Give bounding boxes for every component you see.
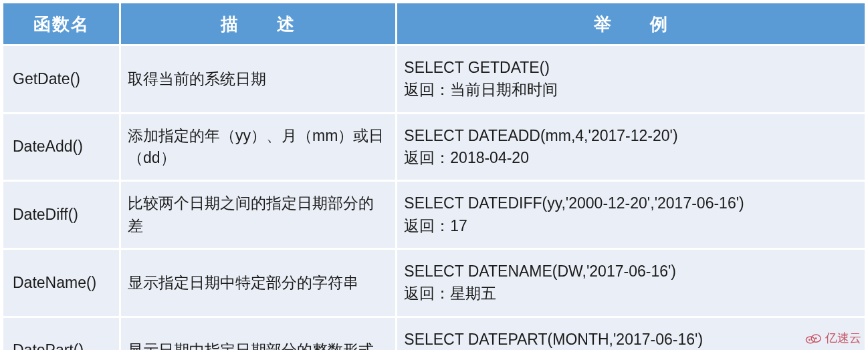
header-desc: 描 述 xyxy=(121,3,395,44)
svg-point-3 xyxy=(815,337,817,339)
header-example: 举 例 xyxy=(397,3,865,44)
cell-example: SELECT DATENAME(DW,'2017-06-16') 返回：星期五 xyxy=(397,250,865,316)
table-header-row: 函数名 描 述 举 例 xyxy=(3,3,865,44)
svg-point-2 xyxy=(808,339,810,341)
cell-example: SELECT DATEDIFF(yy,'2000-12-20','2017-06… xyxy=(397,182,865,248)
table-row: DateName() 显示指定日期中特定部分的字符串 SELECT DATENA… xyxy=(3,250,865,316)
cell-fn: DateAdd() xyxy=(3,114,119,180)
table-row: DateAdd() 添加指定的年（yy）、月（mm）或日（dd） SELECT … xyxy=(3,114,865,180)
table-row: DatePart() 显示日期中指定日期部分的整数形式 SELECT DATEP… xyxy=(3,318,865,350)
header-fn: 函数名 xyxy=(3,3,119,44)
cell-desc: 添加指定的年（yy）、月（mm）或日（dd） xyxy=(121,114,395,180)
cell-fn: DateName() xyxy=(3,250,119,316)
cell-example: SELECT DATEPART(MONTH,'2017-06-16') 返回：6 xyxy=(397,318,865,350)
cell-fn: GetDate() xyxy=(3,46,119,112)
cell-desc: 显示日期中指定日期部分的整数形式 xyxy=(121,318,395,350)
cell-desc: 比较两个日期之间的指定日期部分的差 xyxy=(121,182,395,248)
svg-point-0 xyxy=(806,337,815,343)
watermark: 亿速云 xyxy=(804,330,861,346)
cell-example: SELECT GETDATE() 返回：当前日期和时间 xyxy=(397,46,865,112)
cell-fn: DateDiff() xyxy=(3,182,119,248)
cell-desc: 显示指定日期中特定部分的字符串 xyxy=(121,250,395,316)
watermark-label: 亿速云 xyxy=(825,330,861,346)
cell-desc: 取得当前的系统日期 xyxy=(121,46,395,112)
date-functions-table: 函数名 描 述 举 例 GetDate() 取得当前的系统日期 SELECT G… xyxy=(1,1,867,350)
cell-fn: DatePart() xyxy=(3,318,119,350)
cell-example: SELECT DATEADD(mm,4,'2017-12-20') 返回：201… xyxy=(397,114,865,180)
table-row: GetDate() 取得当前的系统日期 SELECT GETDATE() 返回：… xyxy=(3,46,865,112)
cloud-icon xyxy=(804,331,823,345)
table-row: DateDiff() 比较两个日期之间的指定日期部分的差 SELECT DATE… xyxy=(3,182,865,248)
